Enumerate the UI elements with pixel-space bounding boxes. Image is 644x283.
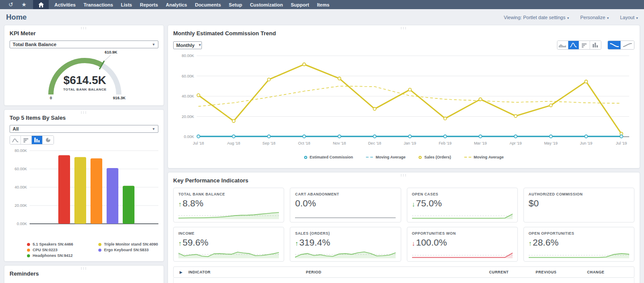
kpi-tile-open-cases[interactable]: OPEN CASES↓75.0% [407, 188, 518, 222]
nav-item-reports[interactable]: Reports [136, 2, 162, 7]
nav-item-documents[interactable]: Documents [191, 2, 225, 7]
horizontal-bar-icon [23, 138, 29, 142]
kpi-tile-opportunities-won[interactable]: OPPORTUNITIES WON↓100.0% [407, 227, 518, 262]
legend-dot [98, 249, 101, 252]
trend-line-chart: 0.00K20.00K40.00K60.00K80.00KJul '18Aug … [173, 51, 634, 152]
nav-item-activities[interactable]: Activities [50, 2, 80, 7]
kpi-tile-sales-orders[interactable]: SALES (ORDERS)↑319.4% [290, 227, 401, 262]
nav-item-analytics[interactable]: Analytics [162, 2, 191, 7]
drag-handle[interactable] [81, 267, 87, 270]
recent-history-icon[interactable]: ↺ [4, 0, 17, 9]
legend-item-moving-average-1: Moving Average [366, 155, 406, 159]
column-header-period: PERIOD [306, 270, 461, 274]
kpi-tile-cart-abandonment[interactable]: CART ABANDONMENT0.0% [290, 188, 401, 222]
expand-row-icon[interactable]: ▶ [174, 270, 188, 274]
svg-text:Apr '19: Apr '19 [510, 141, 522, 145]
nav-item-setup[interactable]: Setup [225, 2, 246, 7]
portlet-title: Top 5 Items By Sales [10, 115, 158, 121]
kpi-table-header: ▶ INDICATOR PERIOD CURRENT PREVIOUS CHAN… [173, 266, 634, 278]
drag-handle[interactable] [401, 174, 407, 176]
legend-dot [27, 249, 30, 252]
gauge-value: $614.5K [10, 74, 160, 87]
chevron-down-icon: ▾ [567, 16, 569, 20]
viewing-portlet-date-settings-link[interactable]: Viewing: Portlet date settings▾ [504, 15, 569, 20]
gauge-min: 0 [44, 96, 57, 100]
svg-text:60.00K: 60.00K [181, 74, 194, 78]
curve-icon [623, 43, 632, 47]
kpi-tile-authorized-commission[interactable]: AUTHORIZED COMMISSION$0 [523, 188, 634, 222]
kpi-tile-total-bank-balance[interactable]: TOTAL BANK BALANCE↑8.8% [173, 188, 284, 222]
smooth-curve-toggle-off[interactable] [621, 41, 634, 49]
shortcuts-star-icon[interactable]: ★ [17, 0, 30, 9]
drag-handle[interactable] [401, 27, 407, 29]
home-tab[interactable] [33, 0, 49, 9]
svg-text:0.00K: 0.00K [17, 222, 27, 226]
kpi-sparkline [178, 246, 279, 259]
svg-text:80.00K: 80.00K [14, 148, 27, 153]
chevron-down-icon: ▾ [607, 16, 609, 20]
svg-text:Nov '18: Nov '18 [333, 141, 346, 145]
top-items-filter-select[interactable]: All ▼ [10, 125, 158, 133]
horizontal-bar-icon [582, 43, 587, 47]
legend-dot [27, 254, 30, 257]
curve-icon [610, 43, 619, 47]
kpi-label: CART ABANDONMENT [295, 192, 396, 196]
nav-item-customization[interactable]: Customization [246, 2, 287, 7]
kpi-value: ↓75.0% [412, 199, 513, 208]
kpi-label: OPEN OPPORTUNITIES [529, 231, 629, 236]
vertical-bar-icon [593, 43, 598, 47]
kpi-meter-select[interactable]: Total Bank Balance ▼ [10, 40, 158, 48]
chart-type-vbar-button[interactable] [32, 136, 43, 144]
layout-link[interactable]: Layout▾ [620, 15, 638, 20]
kpi-value: ↑59.6% [178, 238, 279, 247]
line-chart-icon [570, 43, 577, 47]
svg-text:0.00K: 0.00K [184, 135, 194, 139]
chevron-down-icon: ▼ [152, 127, 155, 131]
chart-type-pie-button[interactable] [43, 136, 54, 144]
chart-type-hbar-button[interactable] [21, 136, 32, 144]
kpi-value: ↑28.6% [529, 238, 629, 247]
column-header-indicator: INDICATOR [188, 270, 306, 274]
page-header: Home Viewing: Portlet date settings▾ Per… [0, 9, 644, 25]
chart-type-line-button[interactable] [10, 136, 21, 144]
drag-handle[interactable] [81, 27, 87, 29]
nav-item-items[interactable]: Items [313, 2, 333, 7]
svg-text:20.00K: 20.00K [14, 203, 27, 208]
legend-dot [98, 243, 101, 246]
nav-item-lists[interactable]: Lists [117, 2, 136, 7]
smooth-curve-toggle-on[interactable] [608, 41, 621, 49]
personalize-link[interactable]: Personalize▾ [580, 15, 609, 20]
chevron-down-icon: ▼ [198, 43, 201, 47]
legend-item-5-1-speakers-sn-4466: 5.1 Speakers SN:4466 [27, 242, 87, 246]
chart-type-line-button[interactable] [568, 41, 579, 49]
kpi-sparkline [178, 207, 279, 220]
kpi-label: TOTAL BANK BALANCE [178, 192, 279, 196]
legend-item-estimated-commission-0: Estimated Commission [304, 155, 353, 159]
kpi-meter-portlet: KPI Meter Total Bank Balance ▼ 610.9K $6… [4, 25, 164, 106]
kpi-label: OPPORTUNITIES WON [412, 231, 513, 236]
nav-item-transactions[interactable]: Transactions [80, 2, 117, 7]
trend-period-select[interactable]: Monthly ▼ [173, 41, 202, 49]
chart-type-vbar-button[interactable] [590, 41, 601, 49]
page-title: Home [6, 13, 27, 22]
legend-ring [304, 156, 307, 159]
kpi-label: INCOME [178, 231, 279, 236]
portlet-title: Reminders [10, 270, 158, 277]
chart-type-area-button[interactable] [557, 41, 568, 49]
kpi-value: ↑319.4% [295, 238, 396, 247]
kpi-label: AUTHORIZED COMMISSION [529, 192, 629, 196]
svg-text:Oct '18: Oct '18 [298, 141, 310, 145]
drag-handle[interactable] [81, 111, 87, 114]
svg-text:Jul '18: Jul '18 [193, 141, 204, 145]
legend-item-headphones-sn-9412: Headphones SN:9412 [27, 253, 87, 258]
kpi-tile-open-opportunities[interactable]: OPEN OPPORTUNITIES↑28.6% [523, 227, 634, 262]
chart-type-hbar-button[interactable] [579, 41, 590, 49]
reminders-portlet: Reminders [4, 265, 164, 283]
area-chart-icon [559, 43, 566, 47]
portlet-title: KPI Meter [10, 30, 158, 37]
nav-item-support[interactable]: Support [287, 2, 313, 7]
kpi-tile-income[interactable]: INCOME↑59.6% [173, 227, 284, 262]
svg-text:Sep '18: Sep '18 [262, 141, 275, 145]
kpi-sparkline [529, 246, 629, 259]
trend-portlet: Monthly Estimated Commission Trend Month… [168, 25, 640, 168]
